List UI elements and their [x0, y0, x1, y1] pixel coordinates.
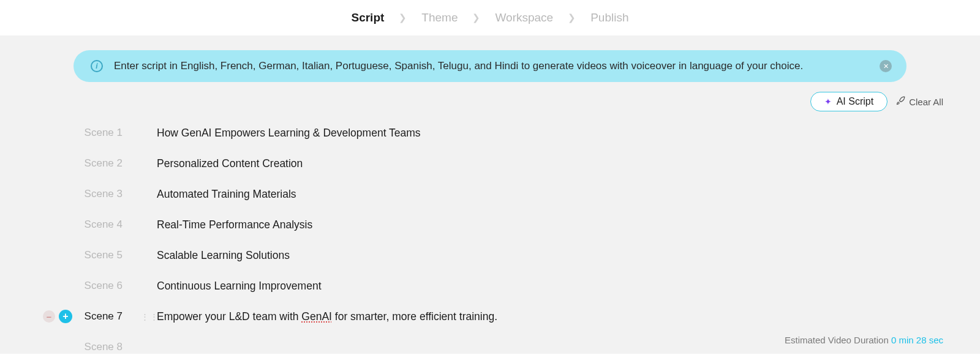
sparkle-icon: ✦ [824, 97, 832, 106]
scene-controls: −+ [43, 310, 72, 323]
scene-row[interactable]: Scene 8⋮⋮ [74, 332, 907, 355]
scene-row[interactable]: Scene 2⋮⋮Personalized Content Creation [74, 148, 907, 179]
scene-label: Scene 5 [74, 249, 141, 261]
scene-text[interactable]: How GenAI Empowers Learning & Developmen… [157, 119, 421, 147]
info-banner-text: Enter script in English, French, German,… [114, 60, 803, 72]
chevron-right-icon: ❯ [399, 12, 407, 23]
breadcrumb-step-workspace[interactable]: Workspace [495, 11, 553, 24]
breadcrumb-step-publish[interactable]: Publish [590, 11, 628, 24]
chevron-right-icon: ❯ [472, 12, 480, 23]
scene-label: Scene 2 [74, 157, 141, 170]
scene-label: Scene 3 [74, 188, 141, 200]
scene-row[interactable]: Scene 1⋮⋮How GenAI Empowers Learning & D… [74, 118, 907, 148]
chevron-right-icon: ❯ [568, 12, 576, 23]
ai-script-label: AI Script [837, 96, 873, 107]
scene-text[interactable]: Continuous Learning Improvement [157, 272, 322, 300]
scene-row[interactable]: Scene 3⋮⋮Automated Training Materials [74, 179, 907, 209]
clear-all-label: Clear All [909, 97, 943, 107]
duration-footer: Estimated Video Duration 0 min 28 sec [785, 335, 943, 345]
remove-scene-button[interactable]: − [43, 310, 55, 323]
clear-all-button[interactable]: Clear All [896, 96, 943, 107]
scene-row[interactable]: −+Scene 7⋮⋮Empower your L&D team with Ge… [74, 301, 907, 332]
scene-row[interactable]: Scene 6⋮⋮Continuous Learning Improvement [74, 271, 907, 301]
drag-handle-icon[interactable]: ⋮⋮ [141, 312, 151, 321]
scene-text[interactable]: Scalable Learning Solutions [157, 242, 290, 269]
scene-row[interactable]: Scene 4⋮⋮Real-Time Performance Analysis [74, 209, 907, 240]
toolbar: ✦ AI Script Clear All [0, 92, 980, 118]
info-banner: i Enter script in English, French, Germa… [74, 50, 907, 82]
duration-label: Estimated Video Duration [785, 335, 889, 345]
breadcrumb-step-theme[interactable]: Theme [421, 11, 458, 24]
scene-list: Scene 1⋮⋮How GenAI Empowers Learning & D… [0, 118, 980, 355]
scene-row[interactable]: Scene 5⋮⋮Scalable Learning Solutions [74, 240, 907, 271]
scene-label: Scene 7 [74, 310, 141, 323]
breadcrumb: Script ❯ Theme ❯ Workspace ❯ Publish [0, 0, 980, 36]
scene-text[interactable]: Empower your L&D team with GenAI for sma… [157, 303, 497, 331]
scene-label: Scene 1 [74, 127, 141, 139]
scene-text[interactable]: Automated Training Materials [157, 181, 296, 208]
duration-value: 0 min 28 sec [891, 335, 943, 345]
close-icon[interactable]: ✕ [880, 60, 892, 72]
main-content: i Enter script in English, French, Germa… [0, 36, 980, 354]
ai-script-button[interactable]: ✦ AI Script [810, 92, 888, 111]
scene-label: Scene 8 [74, 341, 141, 353]
scene-label: Scene 4 [74, 219, 141, 231]
scene-label: Scene 6 [74, 280, 141, 292]
breadcrumb-step-script[interactable]: Script [351, 11, 384, 24]
spellcheck-word[interactable]: GenAI [301, 310, 332, 323]
rocket-icon [896, 96, 905, 107]
scene-text[interactable]: Real-Time Performance Analysis [157, 211, 312, 239]
info-icon: i [91, 60, 103, 72]
add-scene-button[interactable]: + [59, 310, 72, 323]
scene-text[interactable]: Personalized Content Creation [157, 150, 303, 177]
